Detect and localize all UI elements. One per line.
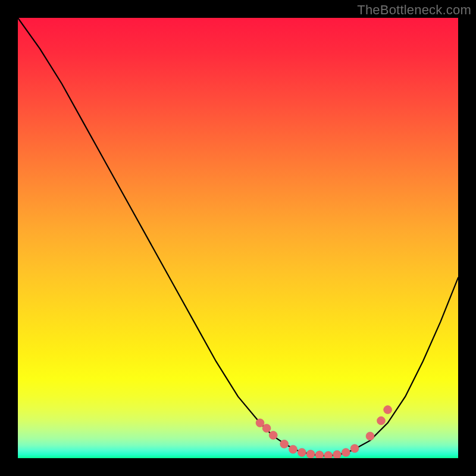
data-point — [377, 416, 386, 425]
data-point — [384, 406, 392, 414]
curve-path — [18, 18, 458, 456]
data-point — [280, 440, 289, 448]
watermark-text: TheBottleneck.com — [357, 2, 471, 18]
data-point — [342, 448, 350, 456]
data-point — [350, 444, 359, 453]
data-point — [289, 445, 298, 453]
data-point — [333, 450, 342, 458]
data-point — [262, 424, 271, 433]
data-point — [298, 448, 306, 456]
curve-dots — [256, 406, 392, 458]
chart-frame: TheBottleneck.com — [0, 0, 476, 476]
bottleneck-curve — [18, 18, 458, 458]
data-point — [269, 431, 277, 440]
data-point — [366, 432, 374, 440]
data-point — [315, 451, 324, 458]
plot-area — [18, 18, 458, 458]
data-point — [306, 450, 315, 458]
data-point — [324, 452, 333, 458]
data-point — [256, 419, 264, 427]
